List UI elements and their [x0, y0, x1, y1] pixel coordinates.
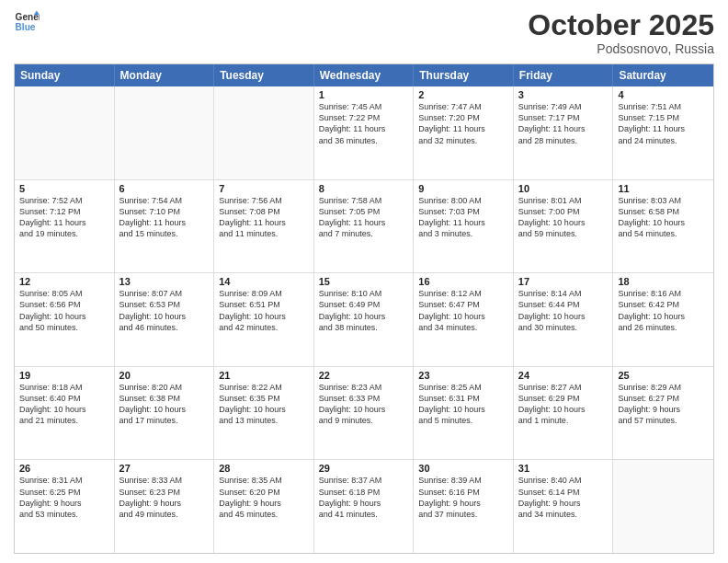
cal-cell: 16Sunrise: 8:12 AMSunset: 6:47 PMDayligh… — [414, 273, 514, 366]
title-block: October 2025 Podsosnovo, Russia — [528, 9, 714, 56]
cal-cell: 4Sunrise: 7:51 AMSunset: 7:15 PMDaylight… — [613, 86, 713, 179]
cell-text: Sunrise: 8:01 AMSunset: 7:00 PMDaylight:… — [518, 195, 609, 240]
day-number: 30 — [418, 463, 508, 474]
cell-text: Sunrise: 8:12 AMSunset: 6:47 PMDaylight:… — [418, 288, 508, 333]
cell-text: Sunrise: 8:14 AMSunset: 6:44 PMDaylight:… — [518, 288, 609, 333]
cell-text: Sunrise: 8:40 AMSunset: 6:14 PMDaylight:… — [518, 475, 609, 520]
cal-cell: 12Sunrise: 8:05 AMSunset: 6:56 PMDayligh… — [15, 273, 115, 366]
day-number: 24 — [518, 370, 609, 381]
cal-cell: 3Sunrise: 7:49 AMSunset: 7:17 PMDaylight… — [514, 86, 614, 179]
cell-text: Sunrise: 8:09 AMSunset: 6:51 PMDaylight:… — [219, 288, 309, 333]
header-cell-thursday: Thursday — [414, 64, 514, 86]
day-number: 18 — [618, 276, 709, 287]
day-number: 17 — [518, 276, 609, 287]
cal-cell: 27Sunrise: 8:33 AMSunset: 6:23 PMDayligh… — [115, 460, 215, 553]
cell-text: Sunrise: 7:49 AMSunset: 7:17 PMDaylight:… — [518, 101, 609, 146]
cal-cell: 10Sunrise: 8:01 AMSunset: 7:00 PMDayligh… — [514, 180, 614, 273]
header-cell-tuesday: Tuesday — [214, 64, 314, 86]
cell-text: Sunrise: 8:23 AMSunset: 6:33 PMDaylight:… — [319, 382, 409, 427]
day-number: 27 — [119, 463, 210, 474]
day-number: 29 — [319, 463, 409, 474]
cell-text: Sunrise: 7:51 AMSunset: 7:15 PMDaylight:… — [618, 101, 709, 146]
location: Podsosnovo, Russia — [528, 41, 714, 56]
cal-cell: 30Sunrise: 8:39 AMSunset: 6:16 PMDayligh… — [414, 460, 514, 553]
cell-text: Sunrise: 8:18 AMSunset: 6:40 PMDaylight:… — [19, 382, 109, 427]
cal-row-4: 26Sunrise: 8:31 AMSunset: 6:25 PMDayligh… — [15, 460, 713, 553]
cell-text: Sunrise: 7:47 AMSunset: 7:20 PMDaylight:… — [418, 101, 508, 146]
day-number: 23 — [418, 370, 508, 381]
day-number: 31 — [518, 463, 609, 474]
cal-cell — [214, 86, 314, 179]
cal-cell: 26Sunrise: 8:31 AMSunset: 6:25 PMDayligh… — [15, 460, 115, 553]
cal-cell: 9Sunrise: 8:00 AMSunset: 7:03 PMDaylight… — [414, 180, 514, 273]
day-number: 15 — [319, 276, 409, 287]
day-number: 8 — [319, 183, 409, 194]
month-title: October 2025 — [528, 9, 714, 41]
cal-cell — [613, 460, 713, 553]
day-number: 4 — [618, 89, 709, 100]
cell-text: Sunrise: 8:27 AMSunset: 6:29 PMDaylight:… — [518, 382, 609, 427]
header-cell-sunday: Sunday — [15, 64, 115, 86]
cal-cell: 24Sunrise: 8:27 AMSunset: 6:29 PMDayligh… — [514, 367, 614, 460]
cell-text: Sunrise: 8:16 AMSunset: 6:42 PMDaylight:… — [618, 288, 709, 333]
cell-text: Sunrise: 8:35 AMSunset: 6:20 PMDaylight:… — [219, 475, 309, 520]
cell-text: Sunrise: 7:52 AMSunset: 7:12 PMDaylight:… — [19, 195, 109, 240]
cal-cell: 28Sunrise: 8:35 AMSunset: 6:20 PMDayligh… — [214, 460, 314, 553]
day-number: 25 — [618, 370, 709, 381]
logo: General Blue — [14, 9, 40, 35]
cal-cell: 20Sunrise: 8:20 AMSunset: 6:38 PMDayligh… — [115, 367, 215, 460]
cell-text: Sunrise: 8:31 AMSunset: 6:25 PMDaylight:… — [19, 475, 109, 520]
cell-text: Sunrise: 7:54 AMSunset: 7:10 PMDaylight:… — [119, 195, 210, 240]
day-number: 3 — [518, 89, 609, 100]
cal-cell: 5Sunrise: 7:52 AMSunset: 7:12 PMDaylight… — [15, 180, 115, 273]
cell-text: Sunrise: 8:10 AMSunset: 6:49 PMDaylight:… — [319, 288, 409, 333]
day-number: 2 — [418, 89, 508, 100]
calendar: SundayMondayTuesdayWednesdayThursdayFrid… — [14, 63, 714, 554]
cal-cell: 17Sunrise: 8:14 AMSunset: 6:44 PMDayligh… — [514, 273, 614, 366]
day-number: 21 — [219, 370, 309, 381]
cell-text: Sunrise: 8:05 AMSunset: 6:56 PMDaylight:… — [19, 288, 109, 333]
cell-text: Sunrise: 8:33 AMSunset: 6:23 PMDaylight:… — [119, 475, 210, 520]
cell-text: Sunrise: 7:45 AMSunset: 7:22 PMDaylight:… — [319, 101, 409, 146]
cell-text: Sunrise: 8:20 AMSunset: 6:38 PMDaylight:… — [119, 382, 210, 427]
cell-text: Sunrise: 8:00 AMSunset: 7:03 PMDaylight:… — [418, 195, 508, 240]
day-number: 7 — [219, 183, 309, 194]
cell-text: Sunrise: 7:56 AMSunset: 7:08 PMDaylight:… — [219, 195, 309, 240]
cal-cell: 29Sunrise: 8:37 AMSunset: 6:18 PMDayligh… — [314, 460, 415, 553]
cal-cell: 7Sunrise: 7:56 AMSunset: 7:08 PMDaylight… — [214, 180, 314, 273]
day-number: 28 — [219, 463, 309, 474]
cal-cell: 31Sunrise: 8:40 AMSunset: 6:14 PMDayligh… — [514, 460, 614, 553]
day-number: 22 — [319, 370, 409, 381]
day-number: 11 — [618, 183, 709, 194]
cal-cell: 18Sunrise: 8:16 AMSunset: 6:42 PMDayligh… — [613, 273, 713, 366]
cal-cell: 2Sunrise: 7:47 AMSunset: 7:20 PMDaylight… — [414, 86, 514, 179]
cell-text: Sunrise: 7:58 AMSunset: 7:05 PMDaylight:… — [319, 195, 409, 240]
cal-cell: 8Sunrise: 7:58 AMSunset: 7:05 PMDaylight… — [314, 180, 415, 273]
cal-cell: 11Sunrise: 8:03 AMSunset: 6:58 PMDayligh… — [613, 180, 713, 273]
day-number: 13 — [119, 276, 210, 287]
cal-cell — [115, 86, 215, 179]
calendar-body: 1Sunrise: 7:45 AMSunset: 7:22 PMDaylight… — [15, 86, 713, 553]
cell-text: Sunrise: 8:25 AMSunset: 6:31 PMDaylight:… — [418, 382, 508, 427]
header-cell-monday: Monday — [115, 64, 215, 86]
svg-text:Blue: Blue — [16, 22, 36, 32]
day-number: 1 — [319, 89, 409, 100]
calendar-header: SundayMondayTuesdayWednesdayThursdayFrid… — [15, 64, 713, 86]
header-cell-wednesday: Wednesday — [314, 64, 415, 86]
cell-text: Sunrise: 8:22 AMSunset: 6:35 PMDaylight:… — [219, 382, 309, 427]
cell-text: Sunrise: 8:37 AMSunset: 6:18 PMDaylight:… — [319, 475, 409, 520]
day-number: 20 — [119, 370, 210, 381]
cal-row-1: 5Sunrise: 7:52 AMSunset: 7:12 PMDaylight… — [15, 180, 713, 274]
logo-icon: General Blue — [14, 9, 40, 35]
day-number: 19 — [19, 370, 109, 381]
day-number: 16 — [418, 276, 508, 287]
cell-text: Sunrise: 8:39 AMSunset: 6:16 PMDaylight:… — [418, 475, 508, 520]
cal-cell: 25Sunrise: 8:29 AMSunset: 6:27 PMDayligh… — [613, 367, 713, 460]
header-cell-saturday: Saturday — [613, 64, 713, 86]
day-number: 14 — [219, 276, 309, 287]
header-cell-friday: Friday — [514, 64, 614, 86]
cell-text: Sunrise: 8:07 AMSunset: 6:53 PMDaylight:… — [119, 288, 210, 333]
cal-cell — [15, 86, 115, 179]
cal-cell: 22Sunrise: 8:23 AMSunset: 6:33 PMDayligh… — [314, 367, 415, 460]
cal-row-3: 19Sunrise: 8:18 AMSunset: 6:40 PMDayligh… — [15, 367, 713, 461]
